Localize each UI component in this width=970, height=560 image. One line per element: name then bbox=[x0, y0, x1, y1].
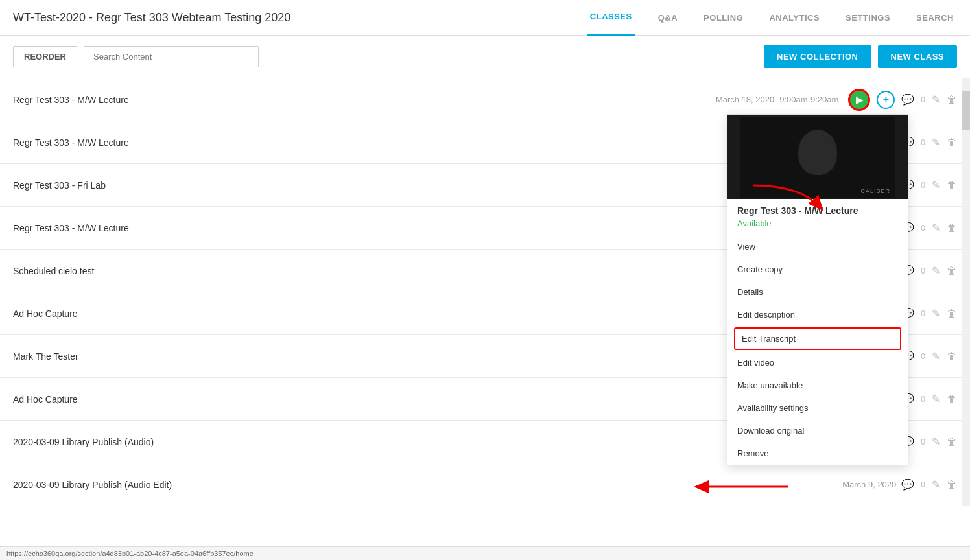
delete-icon[interactable]: 🗑 bbox=[947, 222, 957, 234]
delete-icon[interactable]: 🗑 bbox=[947, 308, 957, 320]
item-actions: ▶ + 💬 0 ✎ 🗑 bbox=[848, 89, 957, 111]
item-title: Ad Hoc Capture bbox=[13, 309, 828, 319]
content-list: Regr Test 303 - M/W Lecture March 18, 20… bbox=[0, 78, 970, 506]
nav-polling[interactable]: POLLING bbox=[700, 0, 746, 36]
item-date: March 9, 2020 bbox=[842, 480, 896, 489]
new-class-button[interactable]: NEW CLASS bbox=[878, 45, 958, 68]
search-input[interactable] bbox=[84, 46, 259, 67]
delete-icon[interactable]: 🗑 bbox=[947, 180, 957, 191]
item-actions: 💬 0 ✎ 🗑 bbox=[901, 264, 957, 277]
scrollbar-thumb[interactable] bbox=[962, 91, 970, 130]
view-count: 0 bbox=[921, 224, 925, 233]
page-title: WT-Test-2020 - Regr Test 303 Webteam Tes… bbox=[13, 11, 290, 25]
menu-item-edit-description[interactable]: Edit description bbox=[728, 303, 908, 326]
item-actions: 💬 0 ✎ 🗑 bbox=[901, 222, 957, 234]
edit-icon[interactable]: ✎ bbox=[932, 179, 940, 191]
new-collection-button[interactable]: NEW COLLECTION bbox=[764, 45, 871, 68]
list-item: 2020-03-09 Library Publish (Audio Edit) … bbox=[0, 463, 970, 506]
add-button[interactable]: + bbox=[877, 91, 895, 109]
menu-item-edit-video[interactable]: Edit video bbox=[728, 351, 908, 374]
delete-icon[interactable]: 🗑 bbox=[947, 351, 957, 362]
status-url: https://echo360qa.org/section/a4d83b01-a… bbox=[6, 550, 254, 557]
edit-icon[interactable]: ✎ bbox=[932, 350, 940, 362]
reorder-button[interactable]: REORDER bbox=[13, 46, 77, 67]
edit-icon[interactable]: ✎ bbox=[932, 436, 940, 448]
menu-item-edit-transcript[interactable]: Edit Transcript bbox=[734, 327, 901, 350]
item-title: Regr Test 303 - Fri Lab bbox=[13, 180, 823, 191]
item-actions: 💬 0 ✎ 🗑 bbox=[901, 136, 957, 148]
delete-icon[interactable]: 🗑 bbox=[947, 436, 957, 448]
item-title: Ad Hoc Capture bbox=[13, 394, 842, 404]
item-actions: 💬 0 ✎ 🗑 bbox=[901, 307, 957, 320]
view-count: 0 bbox=[921, 352, 925, 361]
item-title: Regr Test 303 - M/W Lecture bbox=[13, 137, 823, 148]
item-actions: 💬 0 ✎ 🗑 bbox=[901, 350, 957, 362]
edit-icon[interactable]: ✎ bbox=[932, 93, 940, 106]
view-count: 0 bbox=[921, 266, 925, 275]
delete-icon[interactable]: 🗑 bbox=[947, 393, 957, 405]
menu-item-availability-settings[interactable]: Availability settings bbox=[728, 397, 908, 419]
delete-icon[interactable]: 🗑 bbox=[947, 479, 957, 491]
item-date: March 18, 2020 bbox=[716, 95, 774, 104]
main-nav: CLASSES Q&A POLLING ANALYTICS SETTINGS S… bbox=[587, 0, 957, 36]
toolbar-right: NEW COLLECTION NEW CLASS bbox=[764, 45, 957, 68]
view-count: 0 bbox=[921, 395, 925, 404]
header: WT-Test-2020 - Regr Test 303 Webteam Tes… bbox=[0, 0, 970, 36]
item-actions: 💬 0 ✎ 🗑 bbox=[901, 478, 957, 491]
nav-settings[interactable]: SETTINGS bbox=[842, 0, 893, 36]
view-count: 0 bbox=[921, 309, 925, 318]
menu-item-details[interactable]: Details bbox=[728, 281, 908, 303]
item-title: Mark The Tester bbox=[13, 351, 842, 362]
edit-icon[interactable]: ✎ bbox=[932, 264, 940, 277]
chat-icon[interactable]: 💬 bbox=[901, 478, 914, 491]
edit-icon[interactable]: ✎ bbox=[932, 222, 940, 234]
view-count: 0 bbox=[921, 95, 925, 104]
edit-icon[interactable]: ✎ bbox=[932, 307, 940, 320]
scrollbar-track[interactable] bbox=[962, 78, 970, 506]
toolbar-left: REORDER bbox=[13, 46, 259, 67]
item-actions: 💬 0 ✎ 🗑 bbox=[901, 179, 957, 191]
nav-search[interactable]: SEARCH bbox=[913, 0, 957, 36]
popup-thumbnail bbox=[728, 115, 908, 199]
item-actions: 💬 0 ✎ 🗑 bbox=[901, 393, 957, 405]
nav-classes[interactable]: CLASSES bbox=[587, 0, 635, 36]
item-time: 9:00am-9:20am bbox=[779, 95, 838, 104]
toolbar: REORDER NEW COLLECTION NEW CLASS bbox=[0, 36, 970, 78]
view-count: 0 bbox=[921, 480, 925, 489]
menu-item-make-unavailable[interactable]: Make unavailable bbox=[728, 374, 908, 397]
menu-item-create-copy[interactable]: Create copy bbox=[728, 258, 908, 281]
popup-title: Regr Test 303 - M/W Lecture bbox=[728, 199, 908, 218]
view-count: 0 bbox=[921, 438, 925, 447]
thumbnail-image bbox=[740, 117, 895, 198]
item-actions: 💬 0 ✎ 🗑 bbox=[901, 436, 957, 448]
item-title: Regr Test 303 - M/W Lecture bbox=[13, 95, 716, 105]
chat-icon[interactable]: 💬 bbox=[901, 93, 914, 106]
delete-icon[interactable]: 🗑 bbox=[947, 137, 957, 148]
popup-status: Available bbox=[728, 218, 908, 235]
echo-icon-button[interactable]: ▶ bbox=[848, 89, 870, 111]
menu-item-view[interactable]: View bbox=[728, 235, 908, 258]
nav-analytics[interactable]: ANALYTICS bbox=[766, 0, 823, 36]
echo-icon: ▶ bbox=[856, 95, 863, 105]
status-bar: https://echo360qa.org/section/a4d83b01-a… bbox=[0, 546, 970, 560]
menu-item-download-original[interactable]: Download original bbox=[728, 419, 908, 442]
context-menu-popup: Regr Test 303 - M/W Lecture Available Vi… bbox=[727, 114, 908, 465]
menu-item-remove[interactable]: Remove bbox=[728, 442, 908, 465]
edit-icon[interactable]: ✎ bbox=[932, 136, 940, 148]
delete-icon[interactable]: 🗑 bbox=[947, 94, 957, 106]
edit-icon[interactable]: ✎ bbox=[932, 478, 940, 491]
item-title: Scheduled cielo test bbox=[13, 266, 828, 276]
edit-icon[interactable]: ✎ bbox=[932, 393, 940, 405]
item-title: Regr Test 303 - M/W Lecture bbox=[13, 223, 823, 233]
item-title: 2020-03-09 Library Publish (Audio) bbox=[13, 437, 842, 447]
item-title: 2020-03-09 Library Publish (Audio Edit) bbox=[13, 480, 842, 490]
delete-icon[interactable]: 🗑 bbox=[947, 265, 957, 277]
nav-qa[interactable]: Q&A bbox=[655, 0, 681, 36]
view-count: 0 bbox=[921, 181, 925, 190]
view-count: 0 bbox=[921, 138, 925, 147]
